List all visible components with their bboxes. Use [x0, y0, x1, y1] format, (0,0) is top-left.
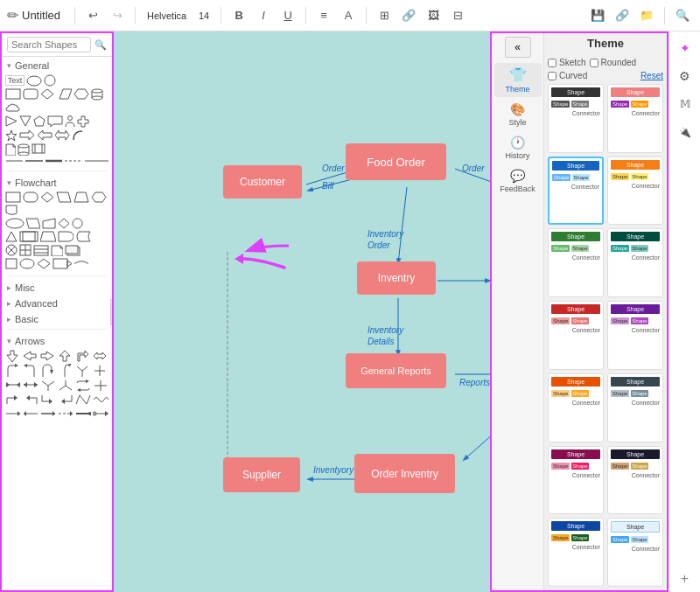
flow-multi-doc[interactable] — [65, 245, 80, 256]
save-button[interactable]: 💾 — [587, 5, 608, 26]
flow-diamond2[interactable] — [37, 258, 51, 269]
arrow-curved-r[interactable] — [23, 364, 37, 378]
shape-diamond[interactable] — [40, 88, 54, 100]
flow-oval[interactable] — [19, 258, 35, 269]
flow-link-arrow[interactable] — [52, 258, 72, 269]
theme-card-1[interactable]: Shape Shape Shape Connector — [548, 84, 604, 153]
arrow-c4[interactable] — [58, 394, 74, 406]
flow-hexa[interactable] — [91, 192, 107, 203]
shape-text[interactable]: Text — [5, 75, 24, 86]
flow-para[interactable] — [56, 192, 72, 203]
theme-card-10[interactable]: Shape Shape Shape Connector — [607, 373, 663, 442]
shape-data-store[interactable] — [18, 143, 30, 156]
flow-manual-op[interactable] — [40, 231, 56, 242]
table-button[interactable]: ⊟ — [447, 5, 468, 26]
arrow-wavy[interactable] — [93, 394, 108, 406]
node-inventory[interactable]: Inventry — [357, 261, 436, 295]
theme-card-8[interactable]: Shape Shape Shape Connector — [607, 301, 663, 370]
arrow-c3[interactable] — [40, 394, 56, 406]
redo-button[interactable]: ↪ — [107, 5, 128, 26]
theme-card-2[interactable]: Shape Shape Shape Connector — [607, 84, 663, 153]
curved-option[interactable]: Curved — [548, 71, 587, 80]
shape-cross[interactable] — [77, 115, 89, 128]
flow-rounded[interactable] — [23, 192, 38, 203]
flow-doc2[interactable] — [5, 205, 18, 216]
curved-checkbox[interactable] — [548, 72, 556, 80]
theme-card-14[interactable]: Shape Shape Shape Connector — [607, 518, 663, 587]
flow-grid[interactable] — [19, 244, 32, 256]
search-input[interactable] — [7, 37, 91, 52]
plugin-strip-btn[interactable]: 🔌 — [672, 119, 698, 145]
sketch-option[interactable]: Sketch — [548, 58, 586, 67]
theme-card-3[interactable]: Shape Shape Shape Connector — [548, 157, 604, 226]
flow-decision[interactable] — [58, 218, 70, 229]
arrow-cross-2[interactable] — [93, 364, 107, 378]
section-arrows[interactable]: ▾ Arrows — [2, 332, 112, 348]
node-order-inventory[interactable]: Order Inventry — [354, 454, 455, 493]
arrow-d1[interactable] — [5, 407, 21, 420]
shape-line2[interactable] — [24, 157, 42, 164]
flow-manual-input[interactable] — [42, 218, 56, 229]
font-name[interactable]: Helvetica — [143, 10, 191, 21]
shape-callout[interactable] — [47, 115, 63, 127]
canvas-area[interactable]: Order Bill Order Inventory Order Order I… — [114, 31, 490, 592]
bold-button[interactable]: B — [228, 5, 249, 26]
arrow-fork[interactable] — [40, 380, 56, 392]
arrow-u-turn[interactable] — [40, 364, 54, 378]
italic-button[interactable]: I — [253, 5, 274, 26]
microsoft-strip-btn[interactable]: 𝕄 — [672, 91, 698, 117]
arrow-d5[interactable] — [75, 407, 91, 420]
flow-rect2[interactable] — [19, 231, 38, 242]
shape-double-arrow[interactable] — [54, 129, 70, 141]
shape-star[interactable] — [5, 129, 18, 142]
font-color-button[interactable]: A — [338, 5, 359, 26]
theme-card-6[interactable]: Shape Shape Shape Connector — [607, 228, 663, 297]
arrow-right2[interactable] — [40, 350, 54, 362]
sidebar-item-feedback[interactable]: 💬 FeedBack — [494, 165, 542, 197]
shape-circle[interactable] — [44, 74, 56, 87]
shape-triangle-right[interactable] — [5, 115, 18, 127]
arrow-c2[interactable] — [23, 394, 38, 406]
shape-line1[interactable] — [5, 157, 23, 164]
arrow-d6[interactable] — [93, 407, 108, 420]
font-size[interactable]: 14 — [194, 10, 214, 21]
gear-strip-btn[interactable]: ⚙ — [672, 63, 698, 89]
arrow-d3[interactable] — [40, 407, 56, 420]
flow-start[interactable] — [5, 218, 24, 229]
arrow-d2[interactable] — [23, 407, 38, 420]
image-button[interactable]: 🖼 — [423, 5, 444, 26]
section-misc[interactable]: ▸ Misc — [2, 279, 112, 295]
shape-pentagon[interactable] — [33, 115, 46, 127]
arrow-plus[interactable] — [93, 380, 108, 392]
shape-rounded-rect[interactable] — [23, 88, 38, 100]
underline-button[interactable]: U — [277, 5, 298, 26]
shape-doc[interactable] — [5, 143, 16, 156]
sidebar-item-history[interactable]: 🕐 History — [494, 132, 542, 164]
node-food-order[interactable]: Food Order — [346, 143, 446, 180]
section-basic[interactable]: ▸ Basic — [2, 310, 112, 326]
shape-triangle-down[interactable] — [19, 115, 32, 127]
rounded-checkbox[interactable] — [590, 59, 598, 67]
arrow-down[interactable] — [5, 350, 19, 362]
format-button[interactable]: ⊞ — [374, 5, 395, 26]
arrow-multi[interactable] — [75, 364, 89, 378]
flow-curved-arrow2[interactable] — [74, 258, 89, 269]
flow-stored-data[interactable] — [75, 231, 91, 242]
theme-card-4[interactable]: Shape Shape Shape Connector — [607, 157, 663, 226]
sidebar-item-theme[interactable]: 👕 Theme — [494, 63, 542, 97]
arrow-bent[interactable] — [75, 350, 89, 362]
rounded-option[interactable]: Rounded — [590, 58, 637, 67]
section-general[interactable]: ▾ General — [2, 57, 112, 73]
folder-button[interactable]: 📁 — [636, 5, 657, 26]
node-supplier[interactable]: Supplier — [223, 457, 300, 492]
flow-horline[interactable] — [33, 245, 49, 256]
shape-person[interactable] — [65, 115, 75, 128]
shape-rect[interactable] — [5, 88, 21, 100]
format-strip-btn[interactable]: ✦ — [672, 35, 698, 61]
theme-card-7[interactable]: Shape Shape Shape Connector — [548, 301, 604, 370]
node-general-reports[interactable]: General Reports — [346, 353, 446, 388]
arrow-merge[interactable] — [58, 380, 74, 392]
arrow-swap[interactable] — [75, 380, 91, 392]
arrow-spiral[interactable] — [58, 364, 72, 378]
share-button[interactable]: 🔗 — [612, 5, 633, 26]
